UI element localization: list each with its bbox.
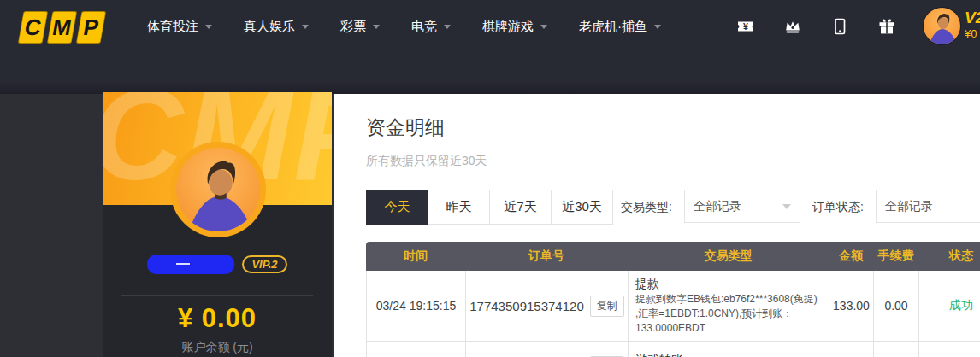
copy-button[interactable]: 复制 <box>590 296 624 317</box>
col-header-type: 交易类型 <box>628 249 829 264</box>
transaction-type-value: 全部记录 <box>694 199 741 214</box>
coupon-icon[interactable]: ¥ <box>735 16 756 37</box>
cell-amount: 133.00 <box>829 342 873 357</box>
cell-type: 提款 提款到数字EB钱包:eb76f2***3608(免提) ,汇率=1EBDT… <box>628 271 829 342</box>
nav-item-esports[interactable]: 电竞 <box>411 19 451 35</box>
user-info[interactable]: V2 ¥0 <box>965 9 980 41</box>
cell-time: 03/24 19:14:55 <box>366 342 465 357</box>
svg-text:¥: ¥ <box>743 21 748 32</box>
username-row: VIP.2 <box>103 255 332 274</box>
chevron-down-icon <box>782 204 791 209</box>
top-navigation-bar: C M P 体育投注 真人娱乐 彩票 电竞 棋牌游戏 老虎机·捕鱼 <box>0 0 980 94</box>
cell-fee: 0.00 <box>873 342 918 357</box>
order-status-select[interactable]: 全部记录 <box>876 190 980 223</box>
col-header-amount: 金额 <box>829 249 873 264</box>
cell-fee: 0.00 <box>873 271 918 342</box>
cell-amount: 133.00 <box>829 271 873 342</box>
mobile-icon[interactable] <box>829 16 850 37</box>
chevron-down-icon <box>302 25 309 29</box>
vip-badge: VIP.2 <box>242 255 286 273</box>
page-subtitle: 所有数据只保留近30天 <box>366 154 487 169</box>
main-nav: 体育投注 真人娱乐 彩票 电竞 棋牌游戏 老虎机·捕鱼 <box>147 0 661 53</box>
cell-status: 成功 <box>918 342 980 357</box>
cell-type: 游戏转账 CC彩票转账到中心钱包 <box>628 342 829 357</box>
transaction-type-select[interactable]: 全部记录 <box>684 190 800 223</box>
tab-last-30-days[interactable]: 近30天 <box>551 190 613 225</box>
col-header-order: 订单号 <box>465 249 628 264</box>
cmp-logo[interactable]: C M P <box>18 11 107 44</box>
tab-last-7-days[interactable]: 近7天 <box>489 190 552 225</box>
account-balance-value: ¥ 0.00 <box>103 303 332 334</box>
order-status-value: 全部记录 <box>885 199 933 214</box>
page-title: 资金明细 <box>366 114 445 141</box>
chevron-down-icon <box>205 25 212 29</box>
cell-status: 成功 <box>918 271 980 342</box>
gift-icon[interactable] <box>877 16 897 37</box>
transaction-detail: 提款到数字EB钱包:eb76f2***3608(免提) ,汇率=1EBDT:1.… <box>635 292 822 336</box>
transaction-type-label: 交易类型: <box>621 200 672 215</box>
table-row: 03/24 19:15:15 1774350915374120 复制 提款 提款… <box>366 271 980 342</box>
tab-today[interactable]: 今天 <box>366 190 428 225</box>
cell-order: 1774350915374120 复制 <box>465 271 628 342</box>
date-range-tabs: 今天 昨天 近7天 近30天 <box>366 190 613 225</box>
chevron-down-icon <box>373 25 380 29</box>
transactions-table: 时间 订单号 交易类型 金额 手续费 状态 03/24 19:15:15 177… <box>366 242 980 357</box>
nav-item-board-games[interactable]: 棋牌游戏 <box>482 19 547 35</box>
nav-label: 真人娱乐 <box>244 19 295 35</box>
chevron-down-icon <box>654 25 661 29</box>
chevron-down-icon <box>540 25 547 29</box>
logo-letter: P <box>76 11 107 44</box>
cell-time: 03/24 19:15:15 <box>366 271 465 342</box>
col-header-fee: 手续费 <box>873 249 918 264</box>
masked-username <box>147 255 234 274</box>
table-header-row: 时间 订单号 交易类型 金额 手续费 状态 <box>366 242 980 271</box>
order-number: 1774350915374120 <box>469 299 583 313</box>
logo-letter: C <box>18 11 49 44</box>
chevron-down-icon <box>444 25 451 29</box>
account-balance-label: 账户余额 (元) <box>103 340 332 355</box>
nav-label: 体育投注 <box>147 19 198 35</box>
account-card: CMP VIP.2 ¥ 0.00 账户余额 (元) <box>103 92 332 357</box>
nav-item-live-casino[interactable]: 真人娱乐 <box>244 19 309 35</box>
col-header-time: 时间 <box>366 249 465 264</box>
cell-order: 1774350895734868 复制 <box>465 342 628 357</box>
vip-level-label: V2 <box>965 9 980 26</box>
user-avatar[interactable] <box>924 8 960 44</box>
nav-label: 棋牌游戏 <box>482 19 534 35</box>
header-icon-group: ¥ <box>735 0 897 53</box>
nav-item-lottery[interactable]: 彩票 <box>340 19 380 35</box>
nav-item-slots-fishing[interactable]: 老虎机·捕鱼 <box>579 19 661 35</box>
avatar-ring <box>170 142 266 237</box>
divider <box>121 295 313 296</box>
nav-item-sports[interactable]: 体育投注 <box>147 19 212 35</box>
header-balance: ¥0 <box>965 27 980 41</box>
tab-yesterday[interactable]: 昨天 <box>428 190 490 225</box>
profile-avatar[interactable] <box>176 148 260 231</box>
transaction-type: 提款 <box>635 276 659 292</box>
order-status-label: 订单状态: <box>812 200 864 215</box>
nav-label: 电竞 <box>411 19 437 35</box>
crown-icon[interactable] <box>782 16 803 37</box>
table-row: 03/24 19:14:55 1774350895734868 复制 游戏转账 … <box>366 342 980 357</box>
col-header-status: 状态 <box>918 249 980 264</box>
logo-letter: M <box>47 11 78 44</box>
nav-label: 老虎机·捕鱼 <box>579 19 647 35</box>
transaction-type: 游戏转账 <box>635 352 683 357</box>
nav-label: 彩票 <box>340 19 366 35</box>
